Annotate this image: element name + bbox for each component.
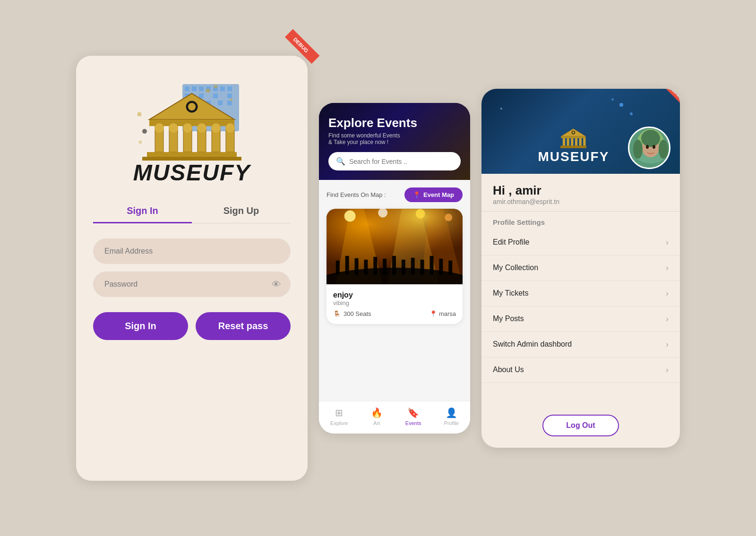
- svg-rect-70: [567, 138, 569, 145]
- svg-rect-11: [227, 94, 232, 98]
- profile-greeting: Hi , amir: [493, 183, 669, 198]
- events-header: Explore Events Find some wonderful Event…: [319, 103, 470, 180]
- event-card-image: [326, 209, 463, 284]
- bottom-nav: ⊞ Explore 🔥 Art 🔖 Events 👤 Profile: [319, 401, 470, 434]
- email-field[interactable]: [93, 238, 291, 264]
- svg-rect-60: [411, 258, 415, 275]
- svg-rect-71: [571, 138, 574, 145]
- svg-rect-1: [185, 86, 189, 91]
- map-btn-icon: 📍: [413, 191, 421, 198]
- svg-rect-6: [220, 86, 225, 91]
- svg-rect-3: [199, 86, 204, 91]
- my-tickets-item[interactable]: My Tickets ›: [481, 281, 680, 306]
- event-card[interactable]: enjoy vibing 🪑 300 Seats 📍 marsa: [326, 209, 463, 324]
- nav-explore[interactable]: ⊞ Explore: [330, 407, 348, 426]
- svg-rect-55: [364, 260, 368, 275]
- my-collection-item[interactable]: My Collection ›: [481, 255, 680, 281]
- svg-rect-61: [421, 260, 424, 275]
- svg-rect-40: [139, 141, 142, 144]
- seats-count: 300 Seats: [344, 310, 371, 317]
- explore-icon: ⊞: [335, 407, 343, 418]
- svg-rect-56: [373, 257, 377, 275]
- about-us-item[interactable]: About Us ›: [481, 357, 680, 383]
- svg-rect-73: [579, 138, 582, 145]
- svg-rect-74: [584, 138, 586, 145]
- signup-tab[interactable]: Sign Up: [192, 200, 291, 223]
- svg-rect-64: [448, 261, 452, 275]
- svg-rect-52: [336, 261, 340, 275]
- event-name: enjoy: [333, 291, 456, 299]
- museufy-logo-icon: [135, 75, 249, 164]
- map-row: Find Events On Map : 📍 Event Map: [326, 187, 463, 202]
- svg-point-67: [573, 131, 575, 134]
- svg-rect-72: [575, 138, 577, 145]
- svg-rect-69: [563, 138, 565, 145]
- svg-rect-36: [230, 98, 232, 101]
- svg-rect-16: [227, 101, 232, 105]
- svg-point-28: [169, 123, 178, 133]
- explore-title: Explore Events: [328, 116, 461, 130]
- switch-admin-item[interactable]: Switch Admin dashbord ›: [481, 332, 680, 357]
- svg-rect-15: [218, 101, 223, 105]
- svg-rect-2: [192, 86, 197, 91]
- profile-section-title: Profile Settings: [481, 212, 680, 230]
- events-screen: Explore Events Find some wonderful Event…: [319, 103, 470, 434]
- events-icon: 🔖: [407, 407, 419, 418]
- nav-profile[interactable]: 👤 Profile: [444, 407, 459, 426]
- logo-area: MUSEUFY: [93, 75, 291, 186]
- events-header-content: Explore Events Find some wonderful Event…: [328, 116, 461, 171]
- svg-rect-68: [561, 136, 586, 138]
- reset-pass-button[interactable]: Reset pass: [196, 312, 291, 340]
- svg-rect-53: [345, 256, 349, 275]
- my-collection-chevron: ›: [666, 263, 669, 273]
- toggle-password-icon[interactable]: 👁: [272, 279, 281, 289]
- logout-button[interactable]: Log Out: [542, 415, 619, 436]
- profile-debug-badge: DEBUG: [662, 89, 680, 109]
- event-map-button[interactable]: 📍 Event Map: [404, 187, 463, 202]
- search-bar[interactable]: 🔍: [328, 152, 461, 170]
- edit-profile-label: Edit Profile: [493, 238, 529, 247]
- svg-point-80: [641, 130, 660, 147]
- profile-avatar: [628, 127, 670, 169]
- edit-profile-item[interactable]: Edit Profile ›: [481, 230, 680, 255]
- svg-rect-9: [199, 94, 204, 98]
- svg-point-49: [416, 209, 425, 219]
- svg-rect-59: [402, 260, 405, 275]
- nav-events[interactable]: 🔖 Events: [405, 407, 421, 426]
- location-icon: 📍: [430, 310, 437, 317]
- profile-email: amir.othman@esprit.tn: [493, 198, 669, 205]
- event-info: enjoy vibing 🪑 300 Seats 📍 marsa: [326, 284, 463, 324]
- signin-button[interactable]: Sign In: [93, 312, 188, 340]
- password-field[interactable]: [93, 272, 291, 297]
- about-us-label: About Us: [493, 366, 524, 374]
- svg-point-27: [155, 123, 164, 133]
- svg-rect-63: [439, 259, 443, 275]
- events-body: Find Events On Map : 📍 Event Map: [319, 180, 470, 400]
- svg-point-29: [183, 123, 192, 133]
- nav-art[interactable]: 🔥 Art: [371, 407, 383, 426]
- password-wrapper: 👁: [93, 272, 291, 297]
- svg-point-31: [211, 123, 221, 133]
- nav-art-label: Art: [373, 420, 380, 426]
- my-collection-label: My Collection: [493, 264, 538, 272]
- seats-icon: 🪑: [333, 310, 341, 317]
- svg-rect-33: [147, 152, 237, 157]
- my-posts-label: My Posts: [493, 315, 524, 323]
- event-type: vibing: [333, 299, 456, 306]
- signin-screen: DEBUG: [76, 56, 308, 481]
- profile-screen: DEBUG MUSEUFY: [481, 89, 680, 448]
- signin-tab[interactable]: Sign In: [93, 200, 192, 223]
- svg-rect-75: [560, 145, 586, 148]
- nav-profile-label: Profile: [444, 420, 459, 426]
- my-posts-item[interactable]: My Posts ›: [481, 306, 680, 332]
- search-input[interactable]: [349, 158, 453, 165]
- svg-rect-7: [227, 86, 232, 91]
- svg-rect-54: [355, 258, 359, 275]
- nav-explore-label: Explore: [330, 420, 348, 426]
- profile-logo-icon: [557, 123, 590, 149]
- art-icon: 🔥: [371, 407, 383, 418]
- about-us-chevron: ›: [666, 365, 669, 375]
- svg-rect-35: [206, 89, 210, 93]
- event-meta: 🪑 300 Seats 📍 marsa: [333, 310, 456, 317]
- svg-point-30: [197, 123, 206, 133]
